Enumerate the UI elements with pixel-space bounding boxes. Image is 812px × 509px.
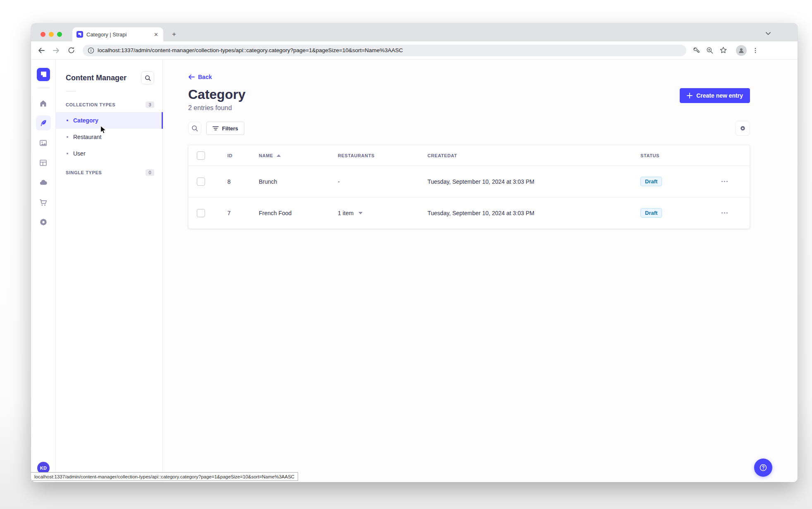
- single-types-count-badge: 0: [146, 169, 154, 176]
- row-more-options-icon[interactable]: [721, 181, 728, 182]
- column-header-createdat[interactable]: CREATEDAT: [420, 153, 630, 158]
- sidebar-item-settings[interactable]: [36, 215, 51, 230]
- link-status-bar: localhost:1337/admin/content-manager/col…: [31, 472, 298, 481]
- sidebar-item-content-manager[interactable]: [36, 115, 51, 130]
- table-row-french-food[interactable]: 7 French Food 1 item Tuesday, September …: [189, 197, 750, 228]
- back-nav-icon[interactable]: [36, 46, 46, 55]
- table-settings-button[interactable]: [735, 121, 750, 136]
- row-checkbox[interactable]: [197, 178, 205, 186]
- subnav-divider: [66, 91, 76, 91]
- content-manager-subnav: Content Manager COLLECTION TYPES 3 Categ…: [56, 60, 163, 482]
- entries-count-text: 2 entries found: [188, 104, 246, 112]
- question-mark-icon: [759, 463, 768, 472]
- traffic-lights: [41, 32, 62, 37]
- status-badge: Draft: [640, 208, 662, 218]
- cell-id: 7: [219, 210, 254, 216]
- plus-icon: [687, 93, 693, 98]
- cell-id: 8: [219, 178, 254, 185]
- reload-icon[interactable]: [66, 46, 76, 55]
- main-nav-rail: KD: [31, 60, 56, 482]
- subnav-item-label: User: [73, 150, 86, 157]
- create-new-entry-button[interactable]: Create new entry: [680, 88, 750, 103]
- strapi-favicon: [76, 31, 83, 38]
- filters-button[interactable]: Filters: [206, 122, 244, 135]
- back-link[interactable]: Back: [188, 74, 212, 80]
- maximize-window-button[interactable]: [57, 32, 62, 37]
- bullet-icon: [67, 153, 68, 154]
- subnav-title: Content Manager: [66, 74, 127, 82]
- column-header-id[interactable]: ID: [219, 153, 254, 158]
- sidebar-item-home[interactable]: [36, 96, 51, 110]
- rail-divider: [37, 88, 50, 88]
- main-content: Back Category 2 entries found Create new…: [163, 60, 798, 482]
- cell-createdat: Tuesday, September 10, 2024 at 3:03 PM: [420, 210, 630, 216]
- back-arrow-icon: [188, 74, 195, 80]
- sidebar-item-cloud[interactable]: [36, 175, 51, 190]
- single-types-label: SINGLE TYPES: [66, 170, 102, 175]
- subnav-item-label: Category: [73, 117, 98, 124]
- cell-name: French Food: [254, 210, 333, 216]
- subnav-item-restaurant[interactable]: Restaurant: [56, 129, 162, 145]
- chevron-down-icon[interactable]: [358, 212, 363, 214]
- forward-nav-icon[interactable]: [51, 46, 61, 55]
- password-key-icon[interactable]: [692, 46, 701, 55]
- subnav-search-button[interactable]: [141, 71, 154, 84]
- tab-close-icon[interactable]: ✕: [153, 31, 159, 38]
- browser-tabstrip: Category | Strapi ✕ +: [31, 23, 798, 41]
- tab-title: Category | Strapi: [86, 31, 150, 38]
- help-button[interactable]: [754, 459, 772, 477]
- status-badge: Draft: [640, 177, 662, 186]
- feather-pen-icon: [39, 119, 48, 127]
- zoom-search-icon[interactable]: [706, 46, 714, 55]
- row-checkbox[interactable]: [197, 209, 205, 217]
- browser-toolbar: localhost:1337/admin/content-manager/col…: [31, 41, 798, 60]
- strapi-logo[interactable]: [37, 68, 50, 81]
- close-window-button[interactable]: [41, 32, 45, 37]
- filter-icon: [213, 126, 219, 131]
- new-tab-button[interactable]: +: [169, 29, 179, 39]
- url-text: localhost:1337/admin/content-manager/col…: [98, 47, 403, 53]
- collection-types-count-badge: 3: [146, 101, 154, 108]
- entries-table: ID NAME RESTAURANTS CREATEDAT STATUS 8: [188, 145, 750, 229]
- browser-profile-avatar[interactable]: [736, 45, 747, 56]
- sort-ascending-icon[interactable]: [277, 154, 281, 157]
- strapi-app: KD Content Manager COLLECTION TYPES 3 Ca…: [31, 60, 798, 482]
- column-header-name[interactable]: NAME: [259, 153, 273, 158]
- sidebar-item-content-type-builder[interactable]: [36, 155, 51, 170]
- tab-search-chevron-icon[interactable]: [764, 29, 773, 38]
- row-more-options-icon[interactable]: [721, 212, 728, 214]
- cell-name: Brunch: [254, 178, 333, 185]
- bookmark-star-icon[interactable]: [719, 46, 728, 55]
- select-all-checkbox[interactable]: [197, 151, 205, 160]
- table-search-button[interactable]: [188, 122, 201, 135]
- subnav-item-user[interactable]: User: [56, 145, 162, 162]
- browser-tab[interactable]: Category | Strapi ✕: [72, 27, 163, 41]
- browser-menu-kebab-icon[interactable]: [752, 47, 759, 54]
- subnav-item-label: Restaurant: [73, 134, 101, 140]
- column-header-restaurants[interactable]: RESTAURANTS: [333, 153, 420, 158]
- bullet-icon: [67, 120, 68, 121]
- subnav-item-category[interactable]: Category: [56, 112, 162, 129]
- minimize-window-button[interactable]: [49, 32, 54, 37]
- sidebar-item-media-library[interactable]: [36, 135, 51, 150]
- table-row-brunch[interactable]: 8 Brunch - Tuesday, September 10, 2024 a…: [189, 166, 750, 197]
- cell-restaurants: -: [333, 178, 420, 185]
- browser-window: Category | Strapi ✕ + localhost:1337/adm…: [31, 23, 798, 482]
- cell-createdat: Tuesday, September 10, 2024 at 3:03 PM: [420, 178, 630, 185]
- page-info-icon[interactable]: [88, 47, 94, 54]
- cell-restaurants[interactable]: 1 item: [338, 210, 353, 216]
- sidebar-item-marketplace[interactable]: [36, 195, 51, 210]
- table-header-row: ID NAME RESTAURANTS CREATEDAT STATUS: [189, 145, 750, 166]
- url-bar[interactable]: localhost:1337/admin/content-manager/col…: [83, 45, 686, 56]
- page-title: Category: [188, 87, 246, 102]
- collection-types-label: COLLECTION TYPES: [66, 102, 115, 107]
- bullet-icon: [67, 136, 68, 138]
- column-header-status[interactable]: STATUS: [630, 153, 700, 158]
